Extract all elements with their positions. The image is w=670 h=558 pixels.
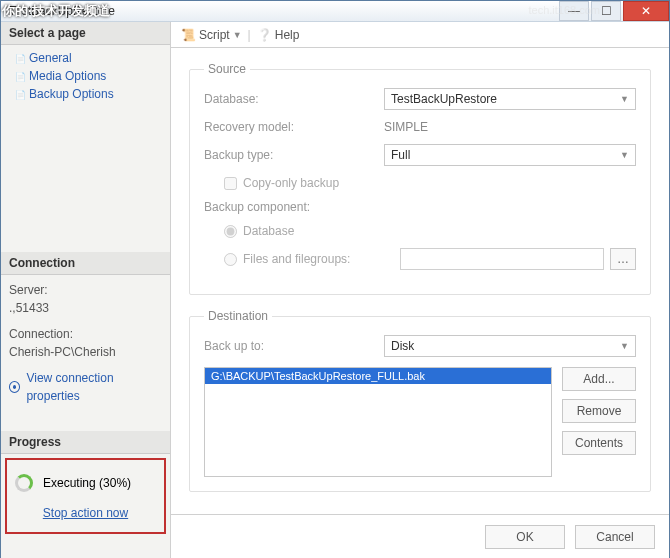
dialog-footer: OK Cancel <box>171 514 669 558</box>
connection-label: Connection: <box>9 325 162 343</box>
connection-header: Connection <box>1 252 170 275</box>
backup-component-label: Backup component: <box>204 200 384 214</box>
recovery-model-value: SIMPLE <box>384 120 636 134</box>
destination-list[interactable]: G:\BACKUP\TestBackUpRestore_FULL.bak <box>204 367 552 477</box>
select-page-header: Select a page <box>1 22 170 45</box>
help-icon: ❔ <box>257 28 272 42</box>
backup-to-combo[interactable]: Disk ▼ <box>384 335 636 357</box>
recovery-model-label: Recovery model: <box>204 120 384 134</box>
page-media-options[interactable]: Media Options <box>1 67 170 85</box>
eye-icon <box>9 381 20 393</box>
progress-box: Executing (30%) Stop action now <box>5 458 166 534</box>
window-title: TestBackUpRestore <box>9 4 557 18</box>
stop-action-link[interactable]: Stop action now <box>15 506 156 520</box>
database-combo[interactable]: TestBackUpRestore ▼ <box>384 88 636 110</box>
chevron-down-icon: ▼ <box>620 94 629 104</box>
component-files-radio[interactable]: Files and filegroups: <box>224 252 394 266</box>
right-panel: 📜 Script ▼ | ❔ Help Source Database: <box>171 22 669 558</box>
ok-button[interactable]: OK <box>485 525 565 549</box>
help-button[interactable]: ❔ Help <box>257 28 300 42</box>
database-label: Database: <box>204 92 384 106</box>
server-label: Server: <box>9 281 162 299</box>
backup-to-label: Back up to: <box>204 339 384 353</box>
backup-type-label: Backup type: <box>204 148 384 162</box>
backup-type-combo[interactable]: Full ▼ <box>384 144 636 166</box>
top-toolbar: 📜 Script ▼ | ❔ Help <box>171 22 669 48</box>
spinner-icon <box>15 474 33 492</box>
filegroups-browse-button[interactable]: … <box>610 248 636 270</box>
chevron-down-icon: ▼ <box>620 150 629 160</box>
progress-status: Executing (30%) <box>43 476 131 490</box>
minimize-button[interactable]: — <box>559 1 589 21</box>
progress-header: Progress <box>1 431 170 454</box>
component-database-radio[interactable]: Database <box>224 224 294 238</box>
contents-button[interactable]: Contents <box>562 431 636 455</box>
cancel-button[interactable]: Cancel <box>575 525 655 549</box>
source-legend: Source <box>204 62 250 76</box>
list-item[interactable]: G:\BACKUP\TestBackUpRestore_FULL.bak <box>205 368 551 384</box>
script-button[interactable]: 📜 Script ▼ <box>181 28 242 42</box>
connection-body: Server: .,51433 Connection: Cherish-PC\C… <box>1 275 170 411</box>
server-value: .,51433 <box>9 299 162 317</box>
copy-only-checkbox[interactable]: Copy-only backup <box>224 176 339 190</box>
maximize-button[interactable]: ☐ <box>591 1 621 21</box>
remove-button[interactable]: Remove <box>562 399 636 423</box>
connection-value: Cherish-PC\Cherish <box>9 343 162 361</box>
destination-legend: Destination <box>204 309 272 323</box>
chevron-down-icon: ▼ <box>233 30 242 40</box>
view-connection-properties[interactable]: View connection properties <box>9 369 162 405</box>
script-icon: 📜 <box>181 28 196 42</box>
source-group: Source Database: TestBackUpRestore ▼ Rec… <box>189 62 651 295</box>
dialog-window: TestBackUpRestore — ☐ ✕ Select a page Ge… <box>0 0 670 558</box>
chevron-down-icon: ▼ <box>620 341 629 351</box>
page-backup-options[interactable]: Backup Options <box>1 85 170 103</box>
close-button[interactable]: ✕ <box>623 1 669 21</box>
destination-group: Destination Back up to: Disk ▼ G:\BACKUP <box>189 309 651 492</box>
left-panel: Select a page General Media Options Back… <box>1 22 171 558</box>
titlebar: TestBackUpRestore — ☐ ✕ <box>1 1 669 22</box>
filegroups-textbox <box>400 248 604 270</box>
page-general[interactable]: General <box>1 49 170 67</box>
add-button[interactable]: Add... <box>562 367 636 391</box>
